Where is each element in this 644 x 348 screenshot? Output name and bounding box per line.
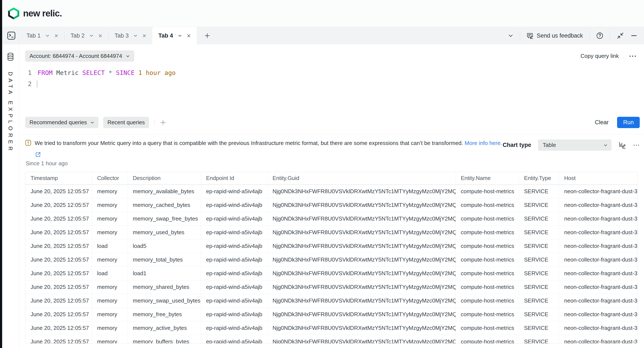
warning-text: We tried to transform your Metric query … — [34, 139, 502, 147]
add-query-icon[interactable] — [160, 119, 166, 126]
table-cell: memory — [92, 280, 128, 294]
close-icon[interactable] — [98, 34, 102, 38]
table-header-row: Timestamp Collector Description Endpoint… — [26, 172, 638, 184]
minimize-icon[interactable] — [630, 32, 638, 39]
table-cell: compute-host-metrics — [456, 212, 519, 225]
table-cell: memory — [92, 335, 128, 344]
more-options-icon[interactable] — [633, 144, 640, 146]
recommended-queries-button[interactable]: Recommended queries — [25, 117, 98, 128]
tab-overflow-chevron-icon[interactable] — [508, 33, 514, 38]
chevron-down-icon[interactable] — [178, 33, 182, 38]
more-options-icon[interactable] — [629, 55, 636, 58]
terminal-icon — [6, 30, 16, 41]
table-cell: neon-collector-fragrant-dust-3 — [559, 212, 638, 225]
data-explorer-sidebar[interactable]: DATA EXPLORER — [2, 44, 19, 348]
table-cell: Njg0NDk3NHxFWFR8U0VSVklDRXwtMzY5NTc1MTYy… — [267, 280, 456, 294]
column-header-timestamp[interactable]: Timestamp — [26, 172, 92, 184]
column-header-entity-guid[interactable]: Entity.Guid — [267, 172, 456, 184]
table-cell: June 20, 2025 12:05:57 — [26, 239, 92, 253]
table-cell: SERVICE — [519, 280, 559, 294]
table-cell: SERVICE — [519, 321, 559, 335]
collapse-icon[interactable] — [617, 32, 624, 39]
table-cell: memory_total_bytes — [128, 253, 201, 267]
add-tab-button[interactable] — [197, 27, 218, 44]
recent-queries-button[interactable]: Recent queries — [103, 117, 149, 128]
column-header-entity-name[interactable]: Entity.Name — [456, 172, 519, 184]
table-cell: June 20, 2025 12:05:57 — [26, 308, 92, 321]
table-body: June 20, 2025 12:05:57 memory memory_ava… — [26, 184, 638, 344]
table-cell: neon-collector-fragrant-dust-3 — [559, 225, 638, 239]
table-cell: compute-host-metrics — [456, 308, 519, 321]
table-cell: June 20, 2025 12:05:57 — [26, 321, 92, 335]
column-header-entity-type[interactable]: Entity.Type — [519, 172, 559, 184]
external-link-icon[interactable] — [35, 152, 644, 158]
edit-chart-icon[interactable] — [618, 141, 626, 149]
account-row: Account: 6844974 - Account 6844974 Copy … — [19, 44, 644, 62]
table-cell: June 20, 2025 12:05:57 — [26, 225, 92, 239]
tab-3[interactable]: Tab 3 — [108, 27, 152, 44]
window-edge — [0, 0, 2, 348]
console-button[interactable] — [2, 27, 20, 44]
table-cell: load — [92, 267, 128, 280]
table-cell: memory_active_bytes — [128, 321, 201, 335]
table-row: June 20, 2025 12:05:57 memory memory_buf… — [26, 335, 638, 344]
table-cell: compute-host-metrics — [456, 253, 519, 267]
tab-bar-controls: Send us feedback — [508, 27, 644, 44]
brand-name: new relic. — [23, 8, 62, 18]
chevron-down-icon — [604, 143, 608, 147]
clear-button[interactable]: Clear — [595, 119, 609, 126]
nrql-editor[interactable]: 1 FROM Metric SELECT * SINCE 1 hour ago … — [25, 67, 644, 89]
nrql-token — [112, 69, 116, 76]
table-cell: memory_free_bytes — [128, 308, 201, 321]
more-info-link[interactable]: More info here. — [465, 140, 502, 146]
table-cell: neon-collector-fragrant-dust-3 — [559, 321, 638, 335]
table-cell: Njg0NDk3NHxFWFR8U0VSVklDRXwtMzY5NTc1MTYy… — [267, 308, 456, 321]
table-cell: ep-rapid-wind-a5iv4ajb — [201, 280, 267, 294]
table-cell: neon-collector-fragrant-dust-3 — [559, 335, 638, 344]
nrql-token: Metric — [52, 69, 82, 76]
copy-query-link-button[interactable]: Copy query link — [580, 53, 619, 59]
table-cell: neon-collector-fragrant-dust-3 — [559, 198, 638, 212]
run-button[interactable]: Run — [617, 117, 640, 128]
column-header-collector[interactable]: Collector — [92, 172, 128, 184]
chevron-down-icon[interactable] — [133, 33, 138, 38]
table-cell: June 20, 2025 12:05:57 — [26, 253, 92, 267]
table-cell: memory — [92, 212, 128, 225]
column-header-host[interactable]: Host — [559, 172, 638, 184]
table-cell: neon-collector-fragrant-dust-3 — [559, 308, 638, 321]
table-cell: SERVICE — [519, 198, 559, 212]
chevron-down-icon[interactable] — [89, 33, 94, 38]
table-cell: compute-host-metrics — [456, 239, 519, 253]
query-builder-panel: Account: 6844974 - Account 6844974 Copy … — [19, 44, 644, 348]
close-icon[interactable] — [187, 34, 191, 38]
column-header-endpoint-id[interactable]: Endpoint Id — [201, 172, 267, 184]
recent-queries-label: Recent queries — [108, 119, 145, 126]
send-feedback-button[interactable]: Send us feedback — [526, 32, 583, 39]
nrql-token: 1 hour ago — [134, 69, 176, 76]
tab-4-active[interactable]: Tab 4 — [152, 27, 197, 44]
divider — [520, 31, 520, 40]
table-cell: memory — [92, 321, 128, 335]
table-cell: neon-collector-fragrant-dust-3 — [559, 280, 638, 294]
table-cell: memory_swap_used_bytes — [128, 294, 201, 308]
chevron-down-icon — [126, 54, 130, 58]
table-row: June 20, 2025 12:05:57 memory memory_swa… — [26, 212, 638, 225]
tab-2[interactable]: Tab 2 — [64, 27, 108, 44]
table-cell: memory_available_bytes — [128, 184, 201, 198]
column-header-description[interactable]: Description — [128, 172, 201, 184]
table-cell: SERVICE — [519, 184, 559, 198]
table-row: June 20, 2025 12:05:57 memory memory_cac… — [26, 198, 638, 212]
help-icon[interactable] — [596, 32, 604, 39]
close-icon[interactable] — [142, 34, 146, 38]
tab-label: Tab 1 — [26, 32, 40, 39]
chevron-down-icon[interactable] — [45, 33, 50, 38]
tab-1[interactable]: Tab 1 — [20, 27, 64, 44]
close-icon[interactable] — [54, 34, 58, 38]
account-selector[interactable]: Account: 6844974 - Account 6844974 — [25, 50, 134, 62]
table-cell: June 20, 2025 12:05:57 — [26, 294, 92, 308]
chart-type-select[interactable]: Table — [538, 139, 612, 151]
table-row: June 20, 2025 12:05:57 load load1 ep-rap… — [26, 267, 638, 280]
table-row: June 20, 2025 12:05:57 memory memory_fre… — [26, 308, 638, 321]
query-tab-bar: Tab 1 Tab 2 Tab 3 Tab 4 — [2, 27, 644, 44]
query-toolbar: Recommended queries Recent queries Clear… — [19, 117, 644, 128]
